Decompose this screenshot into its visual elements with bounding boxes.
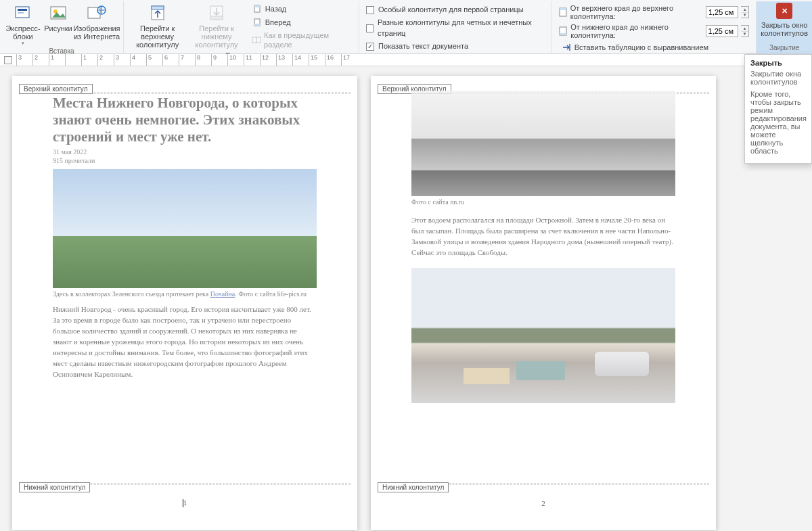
ruler-mark: 13	[276, 54, 285, 66]
page-number-1[interactable]: 1	[12, 499, 357, 507]
tooltip-row2: Кроме того, чтобы закрыть режим редактир…	[750, 90, 806, 155]
nav-back-button[interactable]: Назад	[249, 3, 352, 15]
insert-tab-button[interactable]: Вставить табуляцию с выравниванием	[558, 41, 750, 53]
option-first-page-label: Особый колонтитул для первой страницы	[378, 5, 524, 15]
goto-footer-icon	[206, 3, 227, 23]
image-kremlin	[53, 169, 317, 288]
ruler-mark: 3	[16, 54, 22, 66]
quick-parts-button[interactable]: Экспресс-блоки ▾	[4, 1, 42, 47]
nav-back-label: Назад	[265, 4, 287, 14]
pos-bottom-input[interactable]	[706, 25, 738, 37]
group-options: Особый колонтитул для первой страницы Ра…	[359, 1, 551, 54]
checkbox-icon	[366, 24, 374, 32]
quick-parts-icon	[13, 3, 33, 23]
svg-rect-18	[560, 8, 566, 10]
article-title: Места Нижнего Новгорода, о которых знают…	[53, 95, 317, 145]
pos-top-spinner[interactable]: ▲▼	[741, 6, 749, 18]
group-close: ✕ Закрыть окно колонтитулов Закрытие	[757, 1, 812, 54]
nav-forward-label: Вперед	[265, 18, 291, 27]
svg-rect-12	[254, 5, 260, 7]
group-position: От верхнего края до верхнего колонтитула…	[551, 1, 757, 54]
svg-rect-15	[252, 37, 256, 43]
close-hf-button[interactable]: ✕ Закрыть окно колонтитулов	[761, 3, 808, 37]
nav-forward-button[interactable]: Вперед	[249, 16, 352, 28]
goto-footer-button: Перейти к нижнему колонтитулу	[187, 1, 246, 50]
goto-header-icon	[148, 3, 168, 23]
tooltip-close: Закрыть Закрытие окна колонтитулов Кроме…	[744, 54, 812, 164]
option-odd-even-label: Разные колонтитулы для четных и нечетных…	[378, 18, 544, 39]
svg-rect-8	[152, 6, 164, 9]
caption-link: Почайна	[210, 290, 235, 298]
pos-bottom-label: От нижнего края до нижнего колонтитула:	[570, 23, 702, 39]
insert-tab-label: Вставить табуляцию с выравниванием	[574, 43, 709, 52]
svg-rect-2	[18, 12, 24, 14]
close-line2: колонтитулов	[761, 29, 808, 37]
ruler-mark: 1	[49, 54, 54, 66]
pos-top-input[interactable]	[706, 6, 738, 18]
ruler-mark: 9	[211, 54, 217, 66]
tooltip-title: Закрыть	[750, 59, 806, 67]
ruler-mark: 7	[179, 54, 184, 66]
image-street	[411, 268, 675, 403]
svg-rect-20	[560, 33, 566, 35]
option-show-doc-label: Показать текст документа	[378, 41, 468, 51]
svg-rect-10	[210, 16, 223, 20]
page-number-2[interactable]: 2	[371, 499, 716, 507]
svg-rect-16	[256, 37, 261, 43]
goto-header-label: Перейти к верхнему колонтитулу	[131, 24, 184, 49]
document-workspace: Верхний колонтитул Места Нижнего Новгоро…	[0, 66, 812, 531]
nav-prev-section-label: Как в предыдущем разделе	[264, 30, 349, 50]
tooltip-row1: Закрытие окна колонтитулов	[750, 70, 806, 86]
ruler-mark: 3	[114, 54, 119, 66]
ribbon: Экспресс-блоки ▾ Рисунки Изображения из …	[0, 0, 812, 54]
close-line1: Закрыть окно	[761, 21, 808, 29]
group-nav: Перейти к верхнему колонтитулу Перейти к…	[124, 1, 359, 54]
page-2[interactable]: Верхний колонтитул Фото с сайта nn.ru Эт…	[371, 76, 716, 530]
pos-bottom-spinner[interactable]: ▲▼	[741, 25, 750, 37]
ruler-mark: 1	[81, 54, 87, 66]
ruler-mark: 11	[244, 54, 252, 66]
image-caption-1: Здесь в коллекторах Зеленского съезда пр…	[53, 290, 317, 298]
web-images-label: Изображения из Интернета	[73, 24, 120, 41]
checkbox-checked-icon	[366, 43, 374, 51]
pos-bottom-icon	[558, 26, 568, 37]
article-reads: 915 прочитали	[53, 157, 95, 164]
ruler-mark: 16	[325, 54, 334, 66]
close-icon: ✕	[776, 3, 792, 19]
option-odd-even[interactable]: Разные колонтитулы для четных и нечетных…	[366, 17, 544, 39]
ruler-mark: 14	[292, 54, 301, 66]
ruler-mark: 2	[32, 54, 38, 66]
goto-footer-label: Перейти к нижнему колонтитулу	[189, 24, 243, 49]
nav-prev-section-button: Как в предыдущем разделе	[249, 30, 352, 51]
paragraph-2: Этот водоем располагался на площади Остр…	[411, 215, 675, 258]
footer-tab: Нижний колонтитул	[19, 482, 90, 492]
ruler-mark: 6	[162, 54, 168, 66]
article-date: 31 мая 2022	[53, 148, 87, 156]
footer-tab: Нижний колонтитул	[378, 482, 449, 492]
ruler-mark	[65, 54, 67, 66]
svg-rect-14	[254, 24, 260, 26]
horizontal-ruler[interactable]: 3211234567891011121314151617	[0, 54, 812, 66]
pictures-button[interactable]: Рисунки	[42, 1, 74, 34]
forward-icon	[252, 17, 263, 28]
ruler-mark: 15	[309, 54, 317, 66]
option-show-doc[interactable]: Показать текст документа	[366, 41, 544, 52]
web-image-icon	[87, 3, 107, 23]
article-meta: 31 мая 2022 915 прочитали	[53, 147, 317, 165]
header-tab: Верхний колонтитул	[19, 84, 93, 94]
ruler-mark: 8	[195, 54, 200, 66]
svg-rect-1	[18, 9, 27, 11]
goto-header-button[interactable]: Перейти к верхнему колонтитулу	[128, 1, 187, 50]
svg-rect-9	[210, 6, 223, 20]
option-first-page[interactable]: Особый колонтитул для первой страницы	[366, 4, 544, 16]
pictures-label: Рисунки	[44, 24, 72, 32]
tab-align-icon	[561, 42, 572, 53]
link-prev-icon	[252, 34, 261, 45]
picture-icon	[48, 3, 68, 23]
ruler-mark: 10	[227, 54, 236, 66]
image-caption-2: Фото с сайта nn.ru	[411, 198, 675, 206]
group-close-label: Закрытие	[769, 44, 799, 51]
page-1[interactable]: Верхний колонтитул Места Нижнего Новгоро…	[12, 76, 357, 530]
image-bw-pond	[411, 91, 675, 196]
web-images-button[interactable]: Изображения из Интернета	[74, 1, 119, 42]
